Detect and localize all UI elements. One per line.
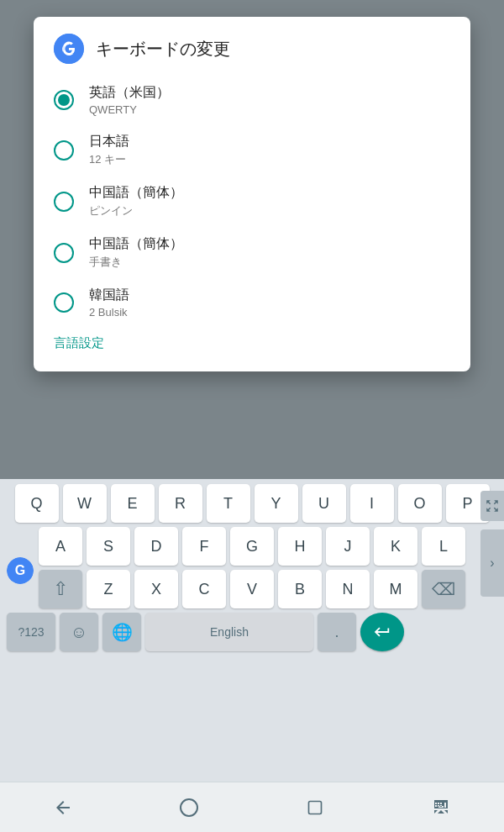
key-i[interactable]: I: [350, 484, 394, 523]
key-m[interactable]: M: [374, 570, 417, 608]
option-main-japanese: 日本語: [89, 133, 129, 150]
emoji-key[interactable]: ☺: [60, 613, 98, 651]
keyboard-row-3: ⇧ Z X C V B N M ⌫: [3, 570, 501, 608]
key-e[interactable]: E: [111, 484, 155, 523]
numbers-key[interactable]: ?123: [7, 613, 55, 651]
key-o[interactable]: O: [398, 484, 442, 523]
key-x[interactable]: X: [134, 570, 178, 608]
language-settings-link[interactable]: 言語設定: [54, 335, 450, 351]
key-u[interactable]: U: [302, 484, 346, 523]
option-sub-korean: 2 Bulsik: [89, 306, 129, 319]
dialog-title: キーボードの変更: [96, 38, 230, 61]
option-chinese-simplified-pinyin[interactable]: 中国語（簡体）ピンイン: [54, 184, 450, 219]
key-q[interactable]: Q: [15, 484, 59, 523]
google-logo: [54, 34, 84, 64]
google-keyboard-icon[interactable]: G: [7, 557, 34, 584]
key-g[interactable]: G: [230, 527, 274, 566]
key-f[interactable]: F: [182, 527, 226, 566]
keyboard-change-dialog: キーボードの変更 英語（米国）QWERTY日本語12 キー中国語（簡体）ピンイン…: [34, 17, 470, 371]
option-japanese[interactable]: 日本語12 キー: [54, 133, 450, 167]
key-l[interactable]: L: [422, 527, 465, 566]
radio-english: [54, 90, 74, 110]
space-key[interactable]: English: [145, 613, 313, 651]
option-korean[interactable]: 韓国語2 Bulsik: [54, 287, 450, 319]
svg-text:G: G: [15, 563, 25, 577]
keyboard-hide-button[interactable]: [428, 795, 454, 820]
recents-button[interactable]: [302, 795, 328, 820]
key-b[interactable]: B: [278, 570, 322, 608]
shift-key[interactable]: ⇧: [39, 570, 82, 608]
option-main-korean: 韓国語: [89, 287, 129, 304]
key-y[interactable]: Y: [255, 484, 298, 523]
keyboard-row-4: ?123 ☺ 🌐 English .: [3, 613, 501, 651]
option-sub-chinese-simplified-pinyin: ピンイン: [89, 203, 183, 219]
globe-key[interactable]: 🌐: [102, 613, 141, 651]
key-h[interactable]: H: [278, 527, 322, 566]
navigation-bar: [0, 782, 504, 832]
svg-rect-3: [309, 801, 322, 814]
key-s[interactable]: S: [87, 527, 130, 566]
key-t[interactable]: T: [207, 484, 250, 523]
keyboard: Q W E R T Y U I O P A S D F G H J K L ⇧ …: [0, 479, 504, 782]
option-chinese-simplified-handwriting[interactable]: 中国語（簡体）手書き: [54, 235, 450, 270]
key-k[interactable]: K: [374, 527, 417, 566]
radio-chinese-simplified-pinyin: [54, 192, 74, 212]
radio-chinese-simplified-handwriting: [54, 243, 74, 263]
key-w[interactable]: W: [63, 484, 107, 523]
option-sub-chinese-simplified-handwriting: 手書き: [89, 255, 183, 270]
keyboard-row-2: A S D F G H J K L: [3, 527, 501, 566]
keyboard-expand-arrow[interactable]: ›: [480, 529, 504, 597]
key-r[interactable]: R: [159, 484, 202, 523]
key-z[interactable]: Z: [87, 570, 130, 608]
option-sub-japanese: 12 キー: [89, 152, 129, 167]
option-main-english: 英語（米国）: [89, 84, 170, 102]
options-list: 英語（米国）QWERTY日本語12 キー中国語（簡体）ピンイン中国語（簡体）手書…: [54, 84, 450, 319]
key-c[interactable]: C: [182, 570, 226, 608]
radio-korean: [54, 292, 74, 313]
period-key[interactable]: .: [318, 613, 356, 651]
option-english[interactable]: 英語（米国）QWERTY: [54, 84, 450, 116]
svg-point-2: [181, 799, 197, 816]
key-d[interactable]: D: [134, 527, 178, 566]
option-main-chinese-simplified-handwriting: 中国語（簡体）: [89, 235, 183, 253]
key-j[interactable]: J: [326, 527, 370, 566]
home-button[interactable]: [176, 795, 202, 820]
keyboard-row-1: Q W E R T Y U I O P: [3, 484, 501, 523]
key-n[interactable]: N: [326, 570, 370, 608]
enter-key[interactable]: [360, 613, 404, 651]
key-a[interactable]: A: [39, 527, 82, 566]
back-button[interactable]: [50, 795, 76, 820]
dialog-title-row: キーボードの変更: [54, 34, 450, 64]
option-main-chinese-simplified-pinyin: 中国語（簡体）: [89, 184, 183, 202]
option-sub-english: QWERTY: [89, 103, 170, 116]
key-v[interactable]: V: [230, 570, 274, 608]
radio-japanese: [54, 140, 74, 161]
backspace-key[interactable]: ⌫: [422, 570, 465, 608]
keyboard-resize-icon[interactable]: [480, 491, 504, 521]
